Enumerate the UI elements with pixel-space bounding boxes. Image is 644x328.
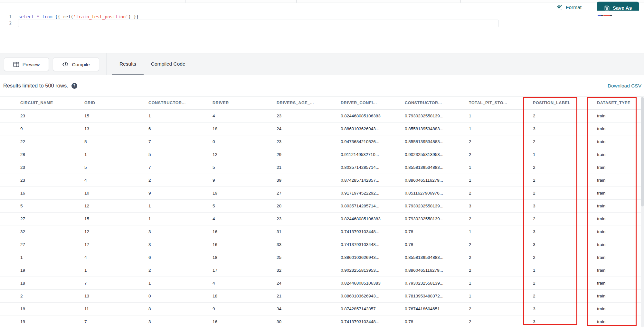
table-cell: 1 — [464, 174, 528, 187]
column-header-3-driver: DRIVER — [208, 97, 272, 109]
code-token: 'train_test_position' — [73, 14, 128, 19]
tab-separator — [296, 0, 297, 3]
column-header-0-circuit-name: CIRCUIT_NAME — [15, 97, 80, 109]
table-cell: 5 — [144, 148, 208, 161]
table-cell: 0 — [144, 290, 208, 302]
table-cell: 1 — [464, 225, 528, 238]
results-toolbar: Preview Compile ResultsCompiled Code — [0, 53, 644, 75]
code-token — [39, 14, 42, 19]
table-cell: 21 — [272, 161, 336, 174]
table-row: 271514230.8244680851063830.7930232558139… — [0, 213, 644, 225]
table-cell: 39 — [272, 174, 336, 187]
table-cell: 1 — [144, 277, 208, 289]
table-cell: 2 — [15, 290, 80, 302]
table-cell: 2 — [528, 161, 592, 174]
table-cell: 4 — [80, 174, 144, 187]
table-cell: 0.7413793103448... — [336, 225, 400, 238]
table-row: 51215200.8035714285714...0.7930232558139… — [0, 200, 644, 213]
table-cell: train — [592, 264, 644, 277]
table-cell: 2 — [528, 251, 592, 264]
table-cell: train — [592, 238, 644, 251]
table-cell: 18 — [208, 251, 272, 264]
table-cell: 4 — [208, 110, 272, 122]
save-icon — [604, 5, 610, 11]
table-cell: 2 — [464, 187, 528, 199]
table-cell: 1 — [464, 277, 528, 289]
table-cell: 6 — [144, 123, 208, 135]
table-cell: 2 — [464, 251, 528, 264]
table-cell: train — [592, 174, 644, 187]
column-header-2-constructor: CONSTRUCTOR... — [144, 97, 208, 109]
table-cell: 0.9023255813953... — [400, 148, 464, 161]
table-row: 281512290.9112149532710...0.902325581395… — [0, 148, 644, 161]
column-header-9-dataset-type: DATASET_TYPE — [592, 97, 644, 109]
table-cell: 0.9171974522292... — [336, 187, 400, 199]
table-cell: 23 — [15, 110, 80, 122]
table-cell: 0.8742857142857... — [336, 303, 400, 315]
table-cell: 0.78 — [400, 238, 464, 251]
table-row: 197316300.7413793103448...0.7823train — [0, 315, 644, 328]
vertical-scrollbar-thumb[interactable] — [641, 97, 644, 206]
table-cell: 2 — [464, 148, 528, 161]
table-cell: 2 — [464, 213, 528, 225]
sql-editor[interactable]: 1 2 select * from {{ ref('train_test_pos… — [0, 11, 644, 53]
table-cell: 0.8860103626943... — [336, 290, 400, 302]
table-cell: 0.78 — [400, 225, 464, 238]
table-cell: 1 — [144, 213, 208, 225]
table-cell: 0.8860465116279... — [400, 264, 464, 277]
table-cell: 0.8035714285714... — [336, 200, 400, 212]
table-cell: 3 — [144, 238, 208, 251]
table-cell: 1 — [144, 110, 208, 122]
table-cell: 0.8742857142857... — [336, 174, 400, 187]
table-cell: train — [592, 315, 644, 328]
results-info-bar: Results limited to 500 rows. ? Download … — [0, 75, 644, 96]
table-cell: 1 — [464, 290, 528, 302]
download-csv-link[interactable]: Download CSV — [608, 75, 641, 96]
table-cell: 7 — [80, 315, 144, 328]
table-cell: 1 — [80, 148, 144, 161]
table-row: 191217320.9023255813953...0.886046511627… — [0, 264, 644, 277]
table-cell: 8 — [144, 303, 208, 315]
table-cell: 5 — [208, 161, 272, 174]
table-cell: 0.8558139534883... — [400, 161, 464, 174]
table-cell: 1 — [464, 123, 528, 135]
help-icon[interactable]: ? — [71, 83, 77, 89]
code-token: select — [18, 14, 34, 19]
table-cell: 10 — [80, 187, 144, 199]
tab-results[interactable]: Results — [112, 53, 144, 75]
table-cell: 20 — [272, 200, 336, 212]
table-cell: 0.8511627906976... — [400, 187, 464, 199]
preview-button[interactable]: Preview — [4, 58, 49, 71]
dbt-ide-screen: Format Save As 1 2 select * from {{ ref(… — [0, 0, 644, 328]
table-cell: 3 — [528, 225, 592, 238]
compile-button[interactable]: Compile — [53, 58, 99, 71]
table-cell: 1 — [528, 264, 592, 277]
table-cell: 0.7930232558139... — [400, 200, 464, 212]
table-cell: 0.8860103626943... — [336, 123, 400, 135]
results-tabs: ResultsCompiled Code — [112, 53, 193, 75]
table-cell: train — [592, 135, 644, 148]
table-cell: 3 — [528, 303, 592, 315]
table-cell: train — [592, 277, 644, 289]
table-cell: 2 — [144, 264, 208, 277]
table-cell: 0.7413793103448... — [336, 238, 400, 251]
table-grid-icon — [13, 61, 19, 68]
table-cell: 5 — [80, 135, 144, 148]
tab-compiled-code[interactable]: Compiled Code — [144, 53, 193, 75]
table-cell: 2 — [528, 110, 592, 122]
table-cell: 17 — [208, 264, 272, 277]
table-cell: 0.824468085106383 — [336, 277, 400, 289]
table-row: 181189340.8742857142857...0.767441860465… — [0, 303, 644, 315]
table-cell: 9 — [208, 174, 272, 187]
table-body: 231514230.8244680851063830.7930232558139… — [0, 110, 644, 328]
table-cell: 4 — [80, 251, 144, 264]
table-cell: 4 — [208, 213, 272, 225]
table-row: 18714240.8244680851063830.7930232558139.… — [0, 277, 644, 290]
code-token: ) }} — [128, 14, 139, 19]
table-cell: 30 — [272, 315, 336, 328]
table-cell: train — [592, 148, 644, 161]
table-cell: 1 — [15, 251, 80, 264]
table-cell: 22 — [15, 135, 80, 148]
table-cell: 3 — [528, 123, 592, 135]
tab-separator — [185, 0, 185, 3]
